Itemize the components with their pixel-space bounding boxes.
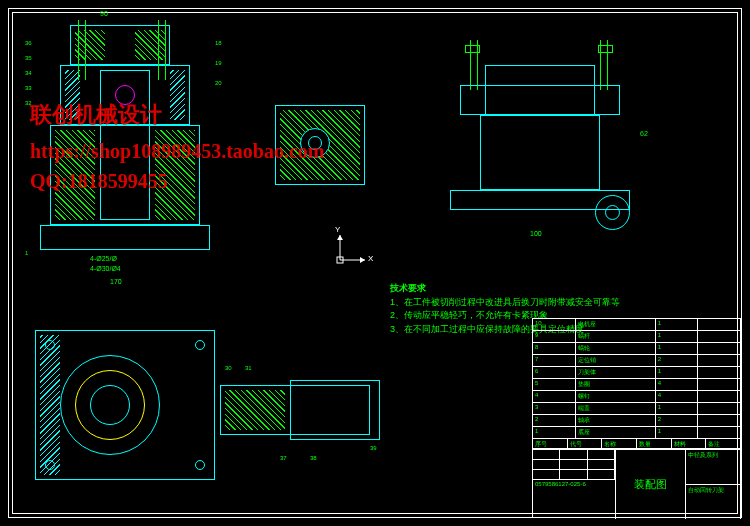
side-view: 62 100 xyxy=(450,30,660,250)
dim-170: 170 xyxy=(110,278,122,285)
ucs-x: X xyxy=(368,254,373,263)
ref-30: 30 xyxy=(225,365,232,371)
drawing-name: 装配图 xyxy=(616,450,685,519)
tb-project: 中径及系列 xyxy=(686,450,741,485)
tb-hdr-mat: 材料 xyxy=(672,439,707,448)
ref-36: 36 xyxy=(25,40,32,46)
ref-31: 31 xyxy=(245,365,252,371)
ref-34: 34 xyxy=(25,70,32,76)
title-block: 10电机座1 9蜗杆1 8蜗轮1 7定位销2 6刀架体1 5垫圈4 4螺钉4 3… xyxy=(532,318,742,518)
ucs-icon: X Y xyxy=(330,230,370,274)
svg-marker-3 xyxy=(337,235,343,240)
tb-hdr-name: 名称 xyxy=(602,439,637,448)
watermark-company: 联创机械设计 xyxy=(30,100,162,130)
dim-hole2: 4-Ø30/Ø4 xyxy=(90,265,121,272)
tb-hdr-rmk: 备注 xyxy=(706,439,741,448)
ref-20: 20 xyxy=(215,80,222,86)
dim-90: 90 xyxy=(100,10,108,17)
notes-line1: 1、在工件被切削过程中改进具后换刀时附带减安全可靠等 xyxy=(390,296,620,310)
ucs-y: Y xyxy=(335,225,340,234)
ref-38: 38 xyxy=(310,455,317,461)
dim-hole1: 4-Ø25/Ø xyxy=(90,255,117,262)
tb-hdr-qty: 数量 xyxy=(637,439,672,448)
cad-canvas: 36 35 34 33 32 1 18 19 20 90 4-Ø25/Ø 4-Ø… xyxy=(0,0,750,526)
plan-view: 30 31 39 38 37 xyxy=(30,325,380,495)
ref-19: 19 xyxy=(215,60,222,66)
watermark-qq: QQ:1818599455 xyxy=(30,170,168,193)
ref-18: 18 xyxy=(215,40,222,46)
dim-100: 100 xyxy=(530,230,542,237)
ref-33: 33 xyxy=(25,85,32,91)
ref-39: 39 xyxy=(370,445,377,451)
ref-35: 35 xyxy=(25,55,32,61)
ref-1: 1 xyxy=(25,250,28,256)
tb-hdr-code: 代号 xyxy=(568,439,603,448)
ref-37: 37 xyxy=(280,455,287,461)
watermark-url: https://shop108989453.taobao.com xyxy=(30,140,324,163)
notes-title: 技术要求 xyxy=(390,282,620,296)
tb-hdr-no: 序号 xyxy=(533,439,568,448)
tb-number: 0579586127-025-6 xyxy=(533,480,615,488)
dim-62: 62 xyxy=(640,130,648,137)
drawing-code: 自动回转刀架 xyxy=(686,485,741,519)
svg-marker-1 xyxy=(360,257,365,263)
